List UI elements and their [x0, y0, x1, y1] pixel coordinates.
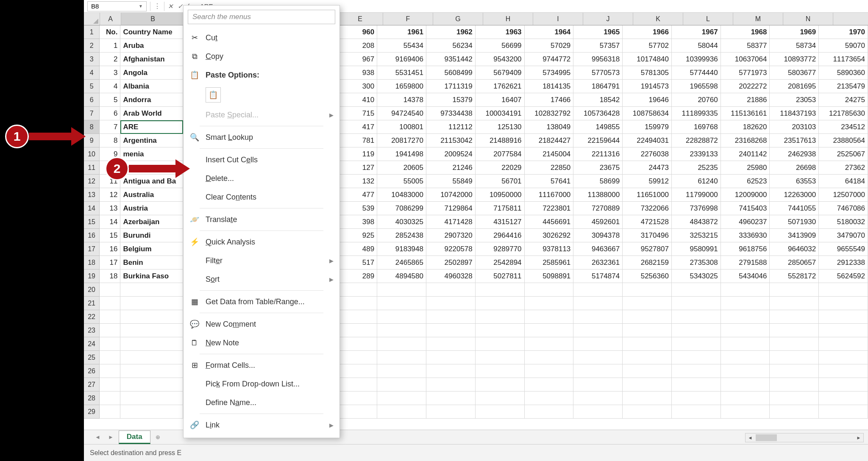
row-header[interactable]: 23 — [84, 324, 100, 337]
cell[interactable] — [819, 324, 868, 337]
name-box[interactable]: B8 ▼ — [87, 1, 147, 11]
cell[interactable] — [525, 297, 574, 310]
menu-search-input[interactable]: Search the menus — [188, 10, 335, 24]
cell-val[interactable]: 7223801 — [525, 202, 574, 215]
cell-val[interactable]: 23053 — [770, 93, 819, 107]
cell-val[interactable]: 5343025 — [672, 269, 721, 283]
col-B[interactable]: B — [121, 13, 185, 25]
cell[interactable] — [377, 283, 426, 297]
cell-val[interactable]: 7129864 — [426, 202, 476, 215]
cell-val[interactable]: 111899335 — [672, 107, 721, 120]
cell-val[interactable]: 12009000 — [721, 188, 770, 202]
cell-val[interactable]: 10950000 — [476, 188, 525, 202]
cell[interactable] — [623, 405, 672, 419]
cell-val[interactable]: 2907320 — [426, 229, 476, 242]
cell-val[interactable]: 3413909 — [770, 229, 819, 242]
cell-val[interactable]: 14378 — [377, 93, 426, 107]
cancel-icon[interactable]: ✕ — [168, 3, 173, 10]
cell-val[interactable]: 2964416 — [476, 229, 525, 242]
cell-val[interactable]: 1762621 — [476, 80, 525, 93]
cell-val[interactable]: 21246 — [426, 161, 476, 175]
cell-val[interactable]: 2022272 — [721, 80, 770, 93]
cell[interactable] — [819, 283, 868, 297]
cell-country[interactable]: Belgium — [120, 242, 183, 256]
cell[interactable] — [819, 405, 868, 419]
cell[interactable] — [426, 351, 476, 364]
cell-val[interactable]: 2339133 — [672, 147, 721, 161]
cell[interactable] — [770, 324, 819, 337]
row-header[interactable]: 26 — [84, 364, 100, 378]
cell-country[interactable]: Austria — [120, 202, 183, 215]
cell-val[interactable]: 57029 — [525, 39, 574, 53]
cell-val[interactable]: 23675 — [573, 161, 623, 175]
cell-val[interactable]: 58734 — [770, 39, 819, 53]
cell-no[interactable]: 18 — [100, 269, 120, 283]
cell[interactable] — [120, 351, 183, 364]
cell-val[interactable]: 9378113 — [525, 242, 574, 256]
cell-val[interactable]: 100034191 — [476, 107, 525, 120]
row-header[interactable]: 20 — [84, 283, 100, 297]
cell[interactable] — [819, 351, 868, 364]
cell[interactable] — [525, 392, 574, 405]
col-A[interactable]: A — [100, 13, 121, 25]
cell-no[interactable]: 2 — [100, 53, 120, 66]
cell-country[interactable]: Angola — [120, 66, 183, 80]
cell-val[interactable]: 159979 — [623, 120, 672, 134]
cell-val[interactable]: 22159644 — [573, 134, 623, 147]
cell-val[interactable]: 22029 — [476, 161, 525, 175]
cell-val[interactable]: 21488916 — [476, 134, 525, 147]
menu-link[interactable]: 🔗Link▶ — [184, 416, 339, 434]
cell[interactable] — [476, 324, 525, 337]
cell-val[interactable]: 9351442 — [426, 53, 476, 66]
cell-country[interactable]: Arab World — [120, 107, 183, 120]
cell-val[interactable]: 55849 — [426, 175, 476, 188]
cell-country[interactable]: Azerbaijan — [120, 215, 183, 229]
row-header[interactable]: 22 — [84, 310, 100, 324]
cell[interactable] — [573, 351, 623, 364]
cell-val[interactable]: 25980 — [721, 161, 770, 175]
cell-val[interactable]: 5071930 — [770, 215, 819, 229]
cell-no[interactable]: 14 — [100, 215, 120, 229]
cell-val[interactable]: 4721528 — [623, 215, 672, 229]
cell[interactable] — [476, 297, 525, 310]
row-header[interactable]: 1 — [84, 25, 100, 39]
select-all-corner[interactable] — [84, 13, 100, 25]
cell-val[interactable]: 11167000 — [525, 188, 574, 202]
cell[interactable] — [721, 405, 770, 419]
cell[interactable] — [120, 337, 183, 351]
cell-no[interactable]: 15 — [100, 229, 120, 242]
cell-val[interactable]: 58377 — [721, 39, 770, 53]
cell-no[interactable]: 1 — [100, 39, 120, 53]
cell-val[interactable]: 138049 — [525, 120, 574, 134]
cell-val[interactable]: 9169406 — [377, 53, 426, 66]
cell-val[interactable]: 9655549 — [819, 242, 868, 256]
cell[interactable] — [476, 392, 525, 405]
cell-country[interactable]: Afghanistan — [120, 53, 183, 66]
cell-val[interactable]: 97334438 — [426, 107, 476, 120]
cell[interactable] — [819, 378, 868, 392]
cell-val[interactable]: 57641 — [525, 175, 574, 188]
cell-val[interactable]: 2401142 — [721, 147, 770, 161]
cell-no[interactable]: 6 — [100, 107, 120, 120]
cell-val[interactable]: 203103 — [770, 120, 819, 134]
cell[interactable] — [721, 324, 770, 337]
cell[interactable] — [426, 405, 476, 419]
cell-val[interactable]: 18542 — [573, 93, 623, 107]
cell-val[interactable]: 4030325 — [377, 215, 426, 229]
cell[interactable] — [100, 283, 120, 297]
row-header[interactable]: 29 — [84, 405, 100, 419]
cell[interactable] — [721, 351, 770, 364]
cell-val[interactable]: 2850657 — [770, 256, 819, 269]
cell[interactable] — [377, 324, 426, 337]
col-G[interactable]: G — [433, 13, 483, 25]
cell-no[interactable]: 4 — [100, 80, 120, 93]
cell[interactable] — [573, 364, 623, 378]
cell-val[interactable]: 4315127 — [476, 215, 525, 229]
cell[interactable] — [377, 392, 426, 405]
cell-val[interactable]: 7175811 — [476, 202, 525, 215]
cell-val[interactable]: 169768 — [672, 120, 721, 134]
cell-val[interactable]: 62523 — [721, 175, 770, 188]
menu-format-cells[interactable]: ⊞Format Cells... — [184, 356, 339, 375]
cell-val[interactable]: 21153042 — [426, 134, 476, 147]
cell-val[interactable]: 11173654 — [819, 53, 868, 66]
